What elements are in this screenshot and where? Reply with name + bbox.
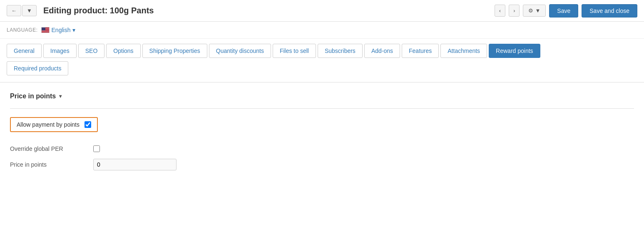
nav-buttons: ← ▼: [7, 5, 37, 16]
gear-dropdown-icon: ▼: [535, 8, 540, 14]
override-global-row: Override global PER: [10, 145, 634, 152]
allow-payment-highlighted: Allow payment by points: [10, 117, 98, 132]
section-chevron: ▾: [59, 93, 62, 99]
flag-icon: [41, 27, 50, 33]
tab-required[interactable]: Required products: [7, 61, 68, 75]
override-global-checkbox[interactable]: [93, 145, 100, 152]
header-bar: ← ▼ Editing product: 100g Pants ‹ › ⚙ ▼ …: [0, 0, 644, 22]
language-dropdown-icon: ▾: [72, 27, 75, 33]
tab-reward[interactable]: Reward points: [489, 44, 540, 58]
content-area: Price in points ▾ Allow payment by point…: [0, 82, 644, 230]
tabs-row-main: General Images SEO Options Shipping Prop…: [7, 44, 637, 61]
section-title: Price in points: [10, 92, 56, 100]
tab-subscribers[interactable]: Subscribers: [318, 44, 363, 58]
tab-features[interactable]: Features: [402, 44, 439, 58]
dropdown-nav-button[interactable]: ▼: [22, 5, 37, 16]
tab-options[interactable]: Options: [106, 44, 140, 58]
tabs-container: General Images SEO Options Shipping Prop…: [0, 39, 644, 82]
tab-quantity[interactable]: Quantity discounts: [209, 44, 271, 58]
save-close-button[interactable]: Save and close: [582, 4, 637, 18]
gear-icon: ⚙: [528, 8, 533, 14]
override-global-label: Override global PER: [10, 145, 93, 152]
price-in-points-row: Price in points: [10, 159, 634, 170]
header-right: ‹ › ⚙ ▼ Save Save and close: [495, 4, 637, 18]
back-button[interactable]: ←: [7, 5, 21, 16]
allow-payment-label: Allow payment by points: [17, 121, 80, 128]
tab-general[interactable]: General: [7, 44, 42, 58]
save-button[interactable]: Save: [549, 4, 578, 18]
tab-files[interactable]: Files to sell: [273, 44, 316, 58]
tab-attachments[interactable]: Attachments: [440, 44, 487, 58]
language-bar: LANGUAGE: English ▾: [0, 22, 644, 39]
settings-button[interactable]: ⚙ ▼: [523, 5, 546, 17]
price-in-points-input[interactable]: [93, 159, 177, 170]
tabs-row-second: Required products: [7, 61, 637, 82]
section-header: Price in points ▾: [10, 92, 634, 100]
language-selector[interactable]: English ▾: [41, 27, 76, 33]
tab-addons[interactable]: Add-ons: [364, 44, 400, 58]
section-divider: [10, 108, 634, 109]
tab-seo[interactable]: SEO: [78, 44, 105, 58]
allow-payment-row: Allow payment by points: [10, 117, 634, 139]
tab-images[interactable]: Images: [43, 44, 77, 58]
page-title: Editing product: 100g Pants: [43, 6, 495, 15]
language-label: LANGUAGE:: [7, 27, 38, 33]
price-in-points-label: Price in points: [10, 161, 93, 168]
language-name: English: [52, 27, 71, 33]
prev-button[interactable]: ‹: [495, 5, 505, 17]
allow-payment-checkbox[interactable]: [85, 121, 91, 128]
next-button[interactable]: ›: [509, 5, 520, 17]
tab-shipping[interactable]: Shipping Properties: [142, 44, 207, 58]
